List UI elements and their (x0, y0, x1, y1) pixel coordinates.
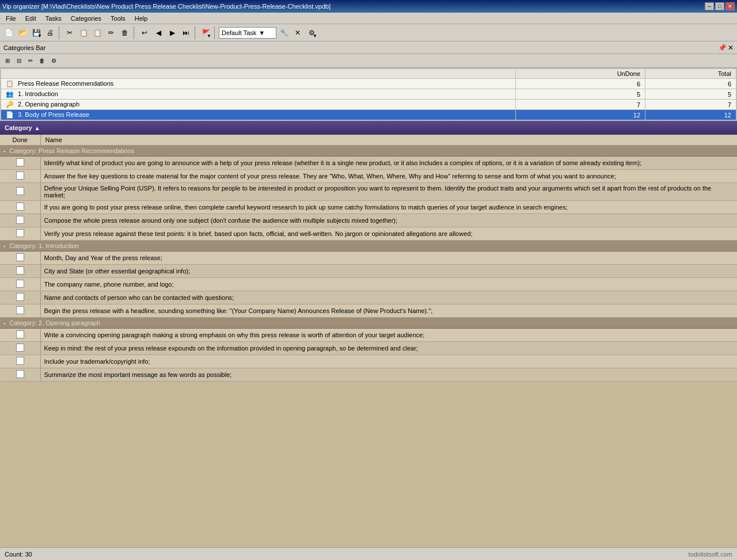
summary-icon: 📄 (6, 111, 14, 118)
checklist-container[interactable]: Done Name ▪ Category: Press Release Reco… (0, 135, 737, 547)
task-checkbox[interactable] (16, 344, 24, 352)
nav-end[interactable]: ⏭ (180, 26, 192, 39)
category-row[interactable]: ▪ Category: 2. Opening paragraph (0, 318, 737, 329)
collapse-icon[interactable]: ▪ (3, 148, 5, 154)
task-checkbox-cell[interactable] (0, 183, 40, 201)
task-checkbox[interactable] (16, 306, 24, 314)
categories-bar-label: Categories Bar (3, 44, 45, 51)
task-checkbox-cell[interactable] (0, 227, 40, 241)
category-row[interactable]: ▪ Category: Press Release Recommendation… (0, 146, 737, 157)
sort-indicator[interactable]: ▲ (35, 125, 40, 131)
category-row-label: ▪ Category: Press Release Recommendation… (0, 146, 737, 157)
edit-button[interactable]: ✏ (105, 26, 117, 39)
window-title: Vip organizer [M:\Vlad\Checklists\New Pr… (2, 3, 330, 10)
nav-prev[interactable]: ◀ (152, 26, 165, 39)
nav-next[interactable]: ▶ (166, 26, 178, 39)
task-checkbox[interactable] (16, 203, 24, 211)
task-checkbox-cell[interactable] (0, 291, 40, 304)
task-checkbox[interactable] (16, 266, 24, 275)
summary-row[interactable]: 📋 Press Release Recommendations 6 6 (1, 79, 736, 89)
task-checkbox-cell[interactable] (0, 368, 40, 382)
category-toolbar: ⊞ ⊟ ✏ 🗑 ⚙ (0, 54, 737, 68)
menu-tasks[interactable]: Tasks (42, 14, 65, 23)
task-checkbox-cell[interactable] (0, 214, 40, 227)
task-checkbox-cell[interactable] (0, 252, 40, 265)
menu-help[interactable]: Help (131, 14, 151, 23)
task-checkbox[interactable] (16, 330, 24, 338)
collapse-icon[interactable]: ▪ (3, 321, 5, 326)
task-text: Answer the five key questions to create … (40, 170, 737, 183)
summary-icon: 📋 (6, 80, 14, 87)
task-checkbox[interactable] (16, 187, 24, 195)
task-text: Write a convincing opening paragraph mak… (40, 329, 737, 342)
cat-tb-btn4[interactable]: 🗑 (37, 56, 47, 66)
delete-button[interactable]: 🗑 (119, 26, 131, 39)
print-button[interactable]: 🖨 (44, 26, 56, 39)
task-checkbox[interactable] (16, 158, 24, 166)
task-text: Keep in mind: the rest of your press rel… (40, 342, 737, 355)
task-type-label: Default Task (222, 29, 256, 36)
category-row[interactable]: ▪ Category: 1. Introduction (0, 241, 737, 252)
cat-tb-btn2[interactable]: ⊟ (14, 56, 24, 66)
categories-close-icon[interactable]: ✕ (728, 44, 734, 52)
task-text: Begin the press release with a headline,… (40, 304, 737, 318)
task-checkbox[interactable] (16, 229, 24, 237)
task-checkbox[interactable] (16, 293, 24, 301)
cut-button[interactable]: ✂ (63, 26, 76, 39)
open-button[interactable]: 📂 (16, 26, 29, 39)
toolbar-sep-2 (134, 26, 136, 39)
summary-row-total: 12 (645, 110, 736, 120)
task-checkbox[interactable] (16, 216, 24, 224)
toolbar-extra-btn1[interactable]: 🔧 (278, 26, 290, 39)
paste-button[interactable]: 📋 (91, 26, 104, 39)
summary-row-name: 📄 3. Body of Press Release (1, 110, 516, 120)
task-type-dropdown[interactable]: Default Task ▼ (219, 27, 276, 39)
task-checkbox-cell[interactable] (0, 201, 40, 214)
task-text: Name and contacts of person who can be c… (40, 291, 737, 304)
task-checkbox[interactable] (16, 357, 24, 365)
collapse-icon[interactable]: ▪ (3, 243, 5, 249)
task-checkbox-cell[interactable] (0, 157, 40, 170)
task-checkbox-cell[interactable] (0, 170, 40, 183)
summary-row-total: 7 (645, 100, 736, 110)
close-button[interactable]: ✕ (725, 2, 735, 10)
summary-row[interactable]: 📄 3. Body of Press Release 12 12 (1, 110, 736, 120)
toolbar-sep-4 (214, 26, 216, 39)
summary-row-name: 👥 1. Introduction (1, 89, 516, 100)
toolbar-extra-btn3[interactable]: ⚙▼ (305, 26, 318, 39)
task-checkbox-cell[interactable] (0, 265, 40, 278)
task-checkbox[interactable] (16, 172, 24, 180)
menu-file[interactable]: File (2, 14, 20, 23)
new-button[interactable]: 📄 (2, 26, 15, 39)
cat-tb-btn5[interactable]: ⚙ (48, 56, 59, 66)
cat-tb-btn1[interactable]: ⊞ (2, 56, 13, 66)
task-checkbox-cell[interactable] (0, 355, 40, 368)
toolbar-extra-btn2[interactable]: ✕ (291, 26, 304, 39)
menu-tools[interactable]: Tools (107, 14, 129, 23)
task-checkbox[interactable] (16, 370, 24, 378)
summary-col-total-header: Total (645, 69, 736, 79)
summary-icon: 👥 (6, 90, 14, 97)
task-checkbox-cell[interactable] (0, 278, 40, 291)
pin-icon[interactable]: 📌 (718, 44, 727, 52)
summary-row[interactable]: 👥 1. Introduction 5 5 (1, 89, 736, 100)
task-checkbox-cell[interactable] (0, 304, 40, 318)
task-text: Include your trademark/copyright info; (40, 355, 737, 368)
minimize-button[interactable]: ─ (705, 2, 714, 10)
task-text: City and State (or other essential geogr… (40, 265, 737, 278)
summary-row[interactable]: 🔑 2. Opening paragraph 7 7 (1, 100, 736, 110)
task-checkbox[interactable] (16, 253, 24, 261)
copy-button[interactable]: 📋 (77, 26, 90, 39)
menu-edit[interactable]: Edit (22, 14, 40, 23)
back-button[interactable]: ↩ (138, 26, 151, 39)
task-row: If you are going to post your press rele… (0, 201, 737, 214)
maximize-button[interactable]: □ (715, 2, 724, 10)
task-checkbox[interactable] (16, 280, 24, 288)
save-button[interactable]: 💾 ▼ (30, 26, 43, 39)
cat-tb-btn3[interactable]: ✏ (25, 56, 36, 66)
task-checkbox-cell[interactable] (0, 329, 40, 342)
flag-button[interactable]: 🚩▼ (199, 26, 212, 39)
task-text: Month, Day and Year of the press release… (40, 252, 737, 265)
task-checkbox-cell[interactable] (0, 342, 40, 355)
menu-categories[interactable]: Categories (67, 14, 105, 23)
